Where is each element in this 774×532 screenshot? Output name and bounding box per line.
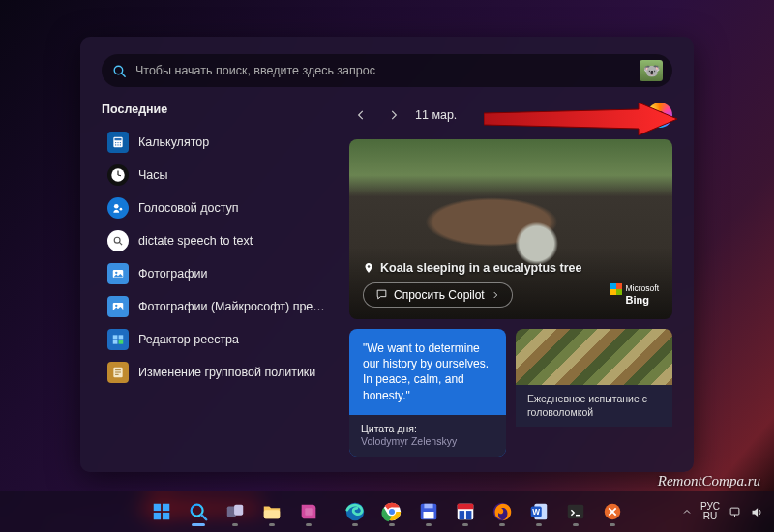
recent-item-photos-legacy[interactable]: Фотографии (Майкрософт) прежних… — [102, 290, 334, 323]
clock-icon — [107, 164, 129, 186]
calculator-icon — [107, 132, 129, 153]
chrome-icon — [381, 501, 402, 522]
svg-point-4 — [115, 142, 116, 143]
svg-point-6 — [120, 142, 121, 143]
watermark: RemontCompa.ru — [658, 473, 760, 489]
svg-rect-23 — [113, 340, 118, 344]
recent-item-label: Фотографии (Майкрософт) прежних… — [138, 300, 328, 313]
edge-icon — [344, 501, 366, 522]
prev-day-button[interactable] — [349, 103, 372, 127]
svg-point-8 — [117, 144, 118, 145]
taskbar-taskview-button[interactable] — [219, 495, 252, 528]
svg-rect-40 — [264, 510, 281, 518]
puzzle-footer: Ежедневное испытание с головоломкой — [516, 385, 672, 427]
taskbar-explorer-button[interactable] — [255, 495, 288, 528]
recent-heading: Последние — [102, 103, 334, 116]
svg-point-7 — [115, 144, 116, 145]
gpedit-icon — [107, 362, 129, 383]
svg-rect-35 — [163, 513, 169, 519]
chevron-up-icon[interactable] — [681, 506, 693, 517]
recent-section: Последние Калькулятор Часы Голосовой дос… — [102, 103, 334, 457]
recent-item-label: Редактор реестра — [138, 333, 239, 346]
recent-item-label: Часы — [138, 168, 168, 182]
svg-point-18 — [115, 272, 117, 274]
svg-rect-48 — [424, 512, 434, 518]
date-navigation: 11 мар. — [349, 103, 672, 128]
svg-point-5 — [117, 142, 118, 143]
svg-rect-32 — [154, 504, 161, 511]
recent-item-voice-access[interactable]: Голосовой доступ — [102, 192, 334, 224]
recent-item-calculator[interactable]: Калькулятор — [102, 126, 334, 159]
svg-rect-47 — [424, 504, 432, 509]
start-button[interactable] — [145, 495, 178, 528]
volume-icon[interactable] — [750, 505, 764, 519]
recent-item-regedit[interactable]: Редактор реестра — [102, 323, 334, 356]
next-day-button[interactable] — [382, 103, 405, 127]
location-icon — [363, 262, 374, 274]
floppy-icon — [418, 501, 439, 522]
taskbar-terminal-button[interactable] — [559, 495, 592, 528]
quote-footer: Цитата дня: Volodymyr Zelenskyy — [349, 415, 506, 457]
photos-icon — [107, 263, 129, 284]
highlights-section: 11 мар. Koala sleeping in a eucalyptus t… — [349, 103, 672, 457]
recent-item-label: dictate speech to text — [138, 234, 253, 248]
svg-rect-3 — [115, 138, 122, 140]
svg-rect-39 — [234, 505, 243, 516]
taskbar-word-button[interactable]: W — [522, 495, 555, 528]
language-indicator[interactable]: РУС RU — [700, 502, 720, 521]
taskbar-app2-button[interactable] — [596, 495, 629, 528]
svg-point-13 — [114, 204, 119, 209]
recent-item-label: Голосовой доступ — [138, 201, 239, 215]
taskbar-totalcmd-button[interactable] — [449, 495, 482, 528]
taskbar-app-button[interactable] — [292, 495, 325, 528]
recent-item-dictate[interactable]: dictate speech to text — [102, 224, 334, 257]
search-bar[interactable]: 🐨 — [102, 54, 672, 87]
koala-badge-icon[interactable]: 🐨 — [640, 60, 663, 81]
firefox-icon — [491, 501, 513, 522]
svg-point-14 — [120, 208, 123, 211]
system-tray[interactable]: РУС RU — [681, 491, 764, 532]
svg-rect-57 — [568, 505, 584, 519]
regedit-icon — [107, 329, 129, 350]
search-input[interactable] — [135, 64, 632, 77]
pin-app-icon — [298, 501, 319, 522]
taskbar-edge-button[interactable] — [339, 495, 372, 528]
svg-line-12 — [118, 175, 121, 176]
ask-copilot-button[interactable]: Спросить Copilot — [363, 282, 513, 308]
voice-icon — [107, 197, 129, 219]
copilot-button[interactable] — [647, 103, 672, 128]
chat-icon — [375, 288, 388, 301]
svg-rect-34 — [154, 513, 161, 519]
photos-icon — [107, 296, 129, 317]
puzzle-image — [516, 329, 672, 385]
svg-rect-21 — [113, 335, 118, 339]
recent-item-gpedit[interactable]: Изменение групповой политики — [102, 356, 334, 389]
svg-point-9 — [120, 144, 121, 145]
svg-rect-41 — [305, 508, 312, 515]
folder-icon — [261, 501, 283, 522]
svg-point-29 — [368, 265, 371, 268]
svg-text:W: W — [532, 508, 540, 517]
bing-image-card[interactable]: Koala sleeping in a eucalyptus tree Спро… — [349, 139, 672, 319]
recent-item-clock[interactable]: Часы — [102, 159, 334, 192]
recent-item-photos[interactable]: Фотографии — [102, 257, 334, 290]
bing-logo: Microsoft Bing — [610, 283, 659, 306]
search-icon — [188, 501, 209, 522]
date-label: 11 мар. — [415, 108, 457, 122]
svg-rect-51 — [460, 511, 465, 519]
totalcmd-icon — [455, 501, 476, 522]
taskbar-search-button[interactable] — [182, 495, 215, 528]
recent-item-label: Калькулятор — [138, 135, 209, 149]
taskbar-chrome-button[interactable] — [375, 495, 408, 528]
taskbar-firefox-button[interactable] — [486, 495, 519, 528]
svg-rect-50 — [458, 504, 474, 510]
taskbar-save-button[interactable] — [412, 495, 445, 528]
svg-rect-60 — [730, 508, 739, 515]
svg-rect-33 — [163, 504, 169, 511]
quote-card[interactable]: "We want to determine our history by our… — [349, 329, 506, 457]
terminal-icon — [565, 501, 586, 522]
taskbar: W РУС RU — [0, 491, 774, 532]
word-icon: W — [528, 501, 550, 522]
network-icon[interactable] — [728, 505, 742, 519]
puzzle-card[interactable]: Ежедневное испытание с головоломкой — [516, 329, 672, 457]
